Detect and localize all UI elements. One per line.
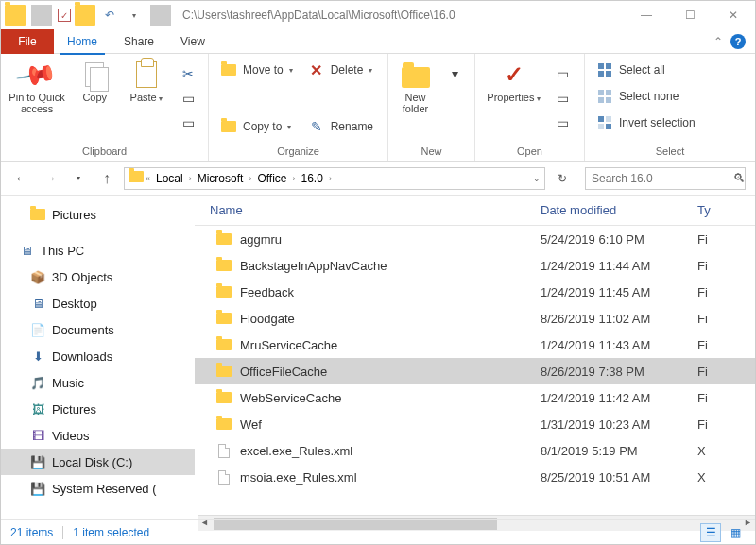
edit-button[interactable]: ▭	[551, 88, 576, 109]
nav-pictures-qa[interactable]: Pictures	[1, 201, 195, 228]
paste-shortcut-button[interactable]: ▭	[176, 112, 200, 133]
file-row[interactable]: Wef1/31/2019 10:23 AMFi	[195, 411, 755, 437]
paste-button[interactable]: Paste	[125, 60, 168, 103]
nav-item[interactable]: 💾Local Disk (C:)	[1, 449, 195, 475]
folder-icon	[29, 207, 46, 222]
navigation-pane[interactable]: Pictures 🖥This PC 📦3D Objects🖥Desktop📄Do…	[1, 196, 195, 515]
file-row[interactable]: Feedback1/24/2019 11:45 AMFi	[195, 279, 755, 305]
tab-home[interactable]: Home	[54, 29, 111, 54]
nav-item[interactable]: 🎵Music	[1, 369, 195, 396]
close-button[interactable]: ✕	[712, 1, 755, 29]
properties-qat-icon[interactable]: ✓	[58, 9, 71, 22]
file-type: Fi	[697, 312, 755, 326]
cut-button[interactable]: ✂	[176, 63, 200, 84]
folder-icon	[215, 417, 232, 432]
newfolder-label: New folder	[396, 92, 435, 114]
recent-locations-button[interactable]: ▾	[67, 167, 90, 190]
move-to-button[interactable]: Move to	[216, 60, 297, 80]
help-icon[interactable]: ?	[730, 34, 746, 49]
breadcrumb[interactable]: 16.0	[298, 172, 327, 185]
forward-button[interactable]: →	[39, 167, 61, 190]
file-row[interactable]: OfficeFileCache8/26/2019 7:38 PMFi	[195, 358, 755, 384]
title-bar: ✓ ↶ ▾ C:\Users\tashreef\AppData\Local\Mi…	[1, 1, 755, 29]
file-row[interactable]: msoia.exe_Rules.xml8/25/2019 10:51 AMX	[195, 464, 755, 490]
col-type[interactable]: Ty	[697, 203, 755, 217]
rename-button[interactable]: ✎Rename	[304, 116, 377, 137]
nav-item[interactable]: 🖥Desktop	[1, 290, 195, 316]
tab-file[interactable]: File	[1, 29, 54, 54]
pin-label: Pin to Quick access	[9, 92, 65, 114]
nav-item[interactable]: 🎞Videos	[1, 422, 195, 449]
minimize-button[interactable]: —	[625, 1, 668, 29]
file-row[interactable]: aggmru5/24/2019 6:10 PMFi	[195, 226, 755, 252]
file-row[interactable]: BackstageInAppNavCache1/24/2019 11:44 AM…	[195, 252, 755, 279]
maximize-button[interactable]: ☐	[668, 1, 712, 29]
file-list: Name Date modified Ty aggmru5/24/2019 6:…	[195, 196, 755, 515]
copy-button[interactable]: Copy	[73, 60, 116, 103]
invert-selection-button[interactable]: Invert selection	[593, 112, 699, 133]
collapse-ribbon-icon[interactable]: ⌃	[713, 35, 723, 48]
address-dropdown-icon[interactable]: ⌄	[533, 174, 541, 183]
breadcrumb[interactable]: Office	[253, 172, 290, 185]
nav-item[interactable]: ⬇Downloads	[1, 343, 195, 369]
nav-item[interactable]: 💾System Reserved (	[1, 475, 195, 502]
copy-icon	[79, 60, 110, 90]
back-button[interactable]: ←	[10, 167, 33, 190]
tab-view[interactable]: View	[167, 29, 218, 54]
history-button[interactable]: ▭	[551, 112, 576, 133]
nav-label: Pictures	[52, 208, 96, 222]
search-input[interactable]	[592, 172, 733, 185]
pin-quick-access-button[interactable]: 📌 Pin to Quick access	[9, 60, 65, 114]
nav-item-icon: 🖥	[29, 296, 46, 311]
undo-icon[interactable]: ↶	[99, 5, 120, 26]
nav-item[interactable]: 📦3D Objects	[1, 264, 195, 290]
breadcrumb[interactable]: Local	[152, 172, 187, 185]
refresh-button[interactable]: ↻	[551, 172, 574, 185]
open-button[interactable]: ▭	[551, 63, 576, 84]
nav-item[interactable]: 🖼Pictures	[1, 396, 195, 422]
open-icon: ▭	[555, 65, 572, 82]
details-view-button[interactable]: ☰	[700, 523, 721, 542]
file-type: Fi	[697, 259, 755, 273]
nav-item-label: Videos	[52, 429, 90, 443]
properties-button[interactable]: ✓ Properties	[485, 60, 543, 103]
search-box[interactable]: 🔍︎	[585, 167, 746, 190]
file-row[interactable]: Floodgate8/26/2019 11:02 AMFi	[195, 305, 755, 332]
select-all-icon	[596, 61, 613, 78]
thumbnails-view-button[interactable]: ▦	[725, 523, 746, 542]
col-name[interactable]: Name	[195, 203, 541, 217]
copy-to-button[interactable]: Copy to	[216, 116, 297, 137]
col-date[interactable]: Date modified	[541, 203, 697, 217]
paste-label: Paste	[130, 92, 163, 103]
delete-button[interactable]: ✕Delete	[304, 60, 377, 80]
folder-icon	[129, 171, 144, 185]
tab-share[interactable]: Share	[111, 29, 167, 54]
new-folder-button[interactable]: New folder	[396, 60, 435, 114]
address-bar[interactable]: « Local› Microsoft› Office› 16.0› ⌄	[124, 167, 545, 190]
file-icon	[215, 443, 232, 458]
select-all-label: Select all	[619, 63, 665, 77]
file-row[interactable]: excel.exe_Rules.xml8/1/2019 5:19 PMX	[195, 437, 755, 464]
pc-icon: 🖥	[18, 243, 35, 258]
file-row[interactable]: WebServiceCache1/24/2019 11:42 AMFi	[195, 384, 755, 411]
column-headers[interactable]: Name Date modified Ty	[195, 196, 755, 226]
copy-path-icon: ▭	[180, 90, 197, 107]
copy-path-button[interactable]: ▭	[176, 88, 200, 109]
folder-qat-icon[interactable]	[75, 5, 95, 26]
nav-item-icon: 💾	[29, 454, 46, 469]
breadcrumb[interactable]: Microsoft	[194, 172, 248, 185]
nav-item-label: Local Disk (C:)	[52, 455, 132, 469]
file-row[interactable]: MruServiceCache1/24/2019 11:43 AMFi	[195, 332, 755, 358]
nav-item[interactable]: 📄Documents	[1, 316, 195, 343]
select-none-button[interactable]: Select none	[593, 86, 699, 107]
up-button[interactable]: ↑	[95, 167, 118, 190]
folder-icon	[215, 337, 232, 352]
nav-item-label: 3D Objects	[52, 270, 112, 284]
nav-this-pc[interactable]: 🖥This PC	[1, 237, 195, 264]
file-rows[interactable]: aggmru5/24/2019 6:10 PMFiBackstageInAppN…	[195, 226, 755, 515]
search-icon[interactable]: 🔍︎	[733, 171, 746, 185]
select-all-button[interactable]: Select all	[593, 60, 699, 80]
qat-dropdown-icon[interactable]: ▾	[124, 5, 145, 26]
new-item-button[interactable]: ▾	[442, 63, 467, 84]
ribbon-tabs: File Home Share View ⌃ ?	[1, 29, 755, 54]
